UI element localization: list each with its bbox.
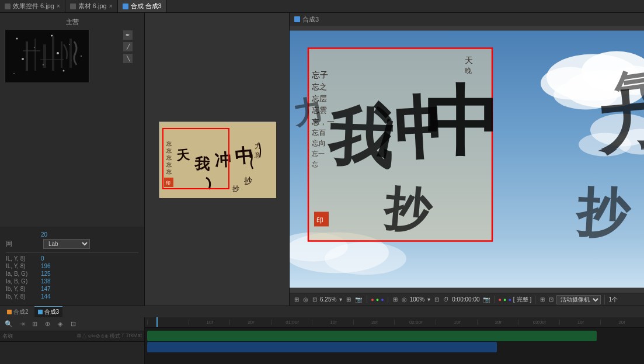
toolbar-btn-grid[interactable]: ⊞ [293,296,300,303]
timeline-track-2 [147,342,497,352]
thumbnail-svg [5,30,89,82]
tab-effects[interactable]: 效果控件 6.jpg × [0,0,65,12]
top-tab-bar: 效果控件 6.jpg × 素材 6.jpg × 合成 合成3 [0,0,644,13]
param-value-2[interactable]: 196 [41,263,51,269]
quality-label: [ [513,296,515,303]
svg-point-10 [57,52,59,54]
tool-slash2[interactable]: ╲ [123,54,133,63]
col-others: 单△∨∕∞⊘⊙⊕ 模式 T TrkMat [76,332,142,340]
zoom-value-right: 100% [410,296,425,303]
thumbnail-area [5,30,89,82]
color-mode-dropdown[interactable]: Lab RGB [43,239,90,249]
tl-tool-eye[interactable]: ◈ [55,319,65,330]
svg-rect-13 [43,44,46,68]
toolbar-group-camera: ⊞ ⊡ 活动摄像机 [539,295,605,304]
param-label-6: Ib, Y, 8) [6,293,41,300]
toolbar-btn-frame2[interactable]: ⊡ [433,296,440,303]
svg-text:抄: 抄 [244,176,252,185]
svg-text:天: 天 [465,56,473,65]
svg-text:力: 力 [290,93,325,131]
thumbnail-image [5,30,89,82]
toolbar-btn-square3[interactable]: ⊡ [548,296,555,303]
svg-point-7 [63,70,65,72]
param-number-row: 20 [6,231,138,238]
svg-rect-12 [34,39,36,71]
toolbar-btn-camera-icon[interactable]: 📷 [354,296,363,303]
col-others-mode: 模式 [110,332,120,340]
tab-icon-effects [5,4,11,9]
color-dot2-red: ● [499,297,502,303]
param-value-5[interactable]: 147 [41,286,51,292]
tl-tab-label-comp3: 合成3 [44,308,60,316]
svg-point-5 [22,58,24,60]
svg-point-1 [16,38,18,40]
toolbar-btn-dropdown2[interactable]: ▾ [426,296,431,303]
timeline-right-panel: 10r 20r 01:00r 10r 20r 02:00r 10r 20r 03… [145,317,644,364]
svg-text:忘: 忘 [312,161,318,168]
tl-tool-frame[interactable]: ⊞ [29,319,40,330]
toolbar-btn-grid3[interactable]: ⊞ [539,296,546,303]
timeline-playhead[interactable] [156,317,158,327]
param-row-1: IL, Y, 8) 0 [6,255,138,262]
param-label-1: IL, Y, 8) [6,255,41,262]
tl-tool-link[interactable]: ⊕ [42,319,53,330]
svg-text:意: 意 [254,152,260,158]
toolbar-btn-square[interactable]: ⊡ [311,296,318,303]
toolbar-btn-cam[interactable]: 📷 [482,296,491,303]
tool-slash1[interactable]: ╱ [123,42,133,51]
ruler-mark-01: 01:00r [271,320,312,325]
tab-source[interactable]: 素材 6.jpg × [65,0,118,12]
param-value-6[interactable]: 144 [41,293,51,300]
svg-text:抄: 抄 [574,183,633,244]
param-label-5: Ib, Y, 8) [6,286,41,292]
dropdown-prefix: 网 [6,240,41,248]
tl-tool-search[interactable]: 🔍 [4,319,14,330]
viewer-canvas: 力 抄 气 中 冲 我 忘子 忘之 忘层 忘雲 忘，一 忘百 [290,26,644,293]
tl-tab-comp3[interactable]: 合成3 [34,306,63,317]
zoom-value-left: 6.25% [320,296,336,303]
color-dot2-green: ● [503,297,506,303]
left-params-section: 20 网 Lab RGB IL, Y, 8) 0 IL, Y, 8) 196 I… [0,227,144,306]
viewer-tab-icon [294,16,300,22]
param-value-1[interactable]: 0 [41,255,44,262]
tab-close-effects[interactable]: × [57,3,60,9]
toolbar-btn-frame[interactable]: ⊞ [345,296,352,303]
param-number-value[interactable]: 20 [41,231,47,238]
param-label-4: Ia, B, G) [6,278,41,285]
toolbar-clock-icon: ⏱ [442,296,450,303]
svg-rect-11 [26,41,28,71]
middle-panel: 中 冲 我 天 忘 忘 忘 忘 忘 印 力 意 抄 抄 [145,13,290,306]
param-value-3[interactable]: 125 [41,271,51,277]
svg-rect-0 [5,30,89,82]
svg-text:忘子: 忘子 [312,70,328,79]
right-panel: 合成3 [290,13,644,306]
count-display: 1个 [608,296,618,304]
timeline-tracks [145,328,644,355]
toolbar-btn-circle2[interactable]: ◎ [401,296,408,303]
tab-icon-source [70,4,76,9]
quality-bracket: ] [530,296,532,303]
tab-close-source[interactable]: × [109,3,113,9]
col-others-trkmat: TrkMat [126,332,142,340]
svg-point-8 [81,56,82,57]
ruler-mark-20r: 20r [229,320,271,325]
toolbar-btn-grid2[interactable]: ⊞ [392,296,399,303]
toolbar-group-quality: ● ● ● [ 完整 ] [499,296,536,304]
timeline-track-1 [147,331,597,341]
tl-tab-comp2[interactable]: 合成2 [4,306,32,317]
ruler-mark-20r3: 20r [477,320,518,325]
tab-label-effects: 效果控件 6.jpg [13,2,54,11]
tl-tool-arrows[interactable]: ⇥ [16,319,27,330]
tl-tool-square[interactable]: ⊡ [68,319,78,330]
param-label-2: IL, Y, 8) [6,263,41,269]
camera-select[interactable]: 活动摄像机 [556,295,601,304]
left-panel-top: 主营 [0,13,144,227]
timeline-toolbar: 🔍 ⇥ ⊞ ⊕ ◈ ⊡ [0,317,144,331]
toolbar-btn-circle[interactable]: ◎ [302,296,309,303]
toolbar-btn-dropdown[interactable]: ▾ [338,296,343,303]
tool-pen[interactable]: ✒ [123,30,133,40]
ruler-mark-20r2: 20r [353,320,395,325]
param-value-4[interactable]: 138 [41,278,51,285]
tab-composition[interactable]: 合成 合成3 [118,0,167,12]
ruler-mark-03: 03:00r [518,320,559,325]
